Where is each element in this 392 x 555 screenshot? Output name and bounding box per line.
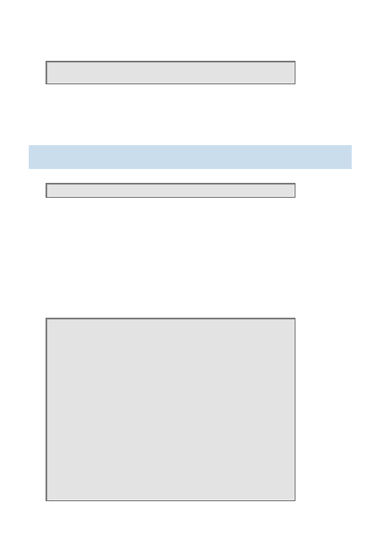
document-page <box>0 0 392 555</box>
input-box-3[interactable] <box>46 318 295 501</box>
input-box-1[interactable] <box>46 61 295 84</box>
input-box-2[interactable] <box>46 183 295 198</box>
highlight-bar <box>29 145 352 169</box>
